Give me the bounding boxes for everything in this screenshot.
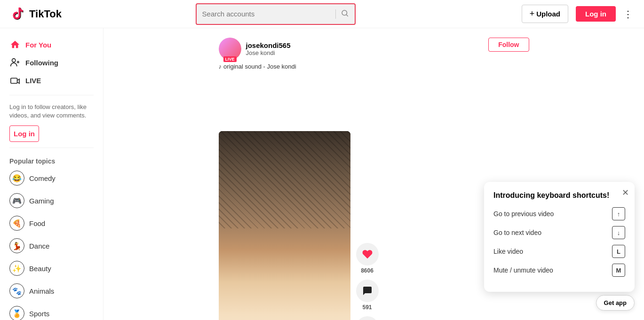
- author-name-row: josekondi565 Jose kondi: [246, 41, 291, 56]
- shortcut-prev-key: ↑: [612, 207, 625, 220]
- sidebar-following-label: Following: [25, 59, 58, 67]
- shortcut-like-video: Like video L: [493, 245, 625, 258]
- topic-item-food[interactable]: 🍕 Food: [0, 212, 103, 234]
- header: TikTok + Upload Log in ⋮: [0, 0, 644, 28]
- topic-dance-label: Dance: [29, 242, 49, 250]
- video-gradient-bg: TikTok @josekondi565: [219, 131, 350, 320]
- shortcut-like-label: Like video: [493, 248, 523, 255]
- follow-button-top[interactable]: Follow: [488, 38, 529, 52]
- sidebar: For You Following LIVE Log in to follow …: [0, 28, 103, 320]
- like-button[interactable]: 8606: [356, 243, 379, 274]
- video-info: LIVE josekondi565 Jose kondi Follow ♪ or…: [219, 38, 529, 320]
- header-login-button[interactable]: Log in: [576, 6, 616, 22]
- shortcut-prev-label: Go to previous video: [493, 210, 554, 218]
- svg-point-0: [342, 10, 347, 16]
- upload-button[interactable]: + Upload: [522, 5, 568, 23]
- heart-icon-circle: [356, 243, 379, 265]
- popular-topics-label: Popular topics: [0, 154, 103, 167]
- topic-item-comedy[interactable]: 😂 Comedy: [0, 167, 103, 189]
- popup-close-button[interactable]: ✕: [622, 187, 629, 198]
- tiktok-logo-icon: [11, 7, 26, 22]
- author-avatar-wrap: LIVE: [219, 38, 241, 60]
- video-actions-row: TikTok @josekondi565: [219, 74, 529, 320]
- topic-comedy-label: Comedy: [29, 174, 56, 182]
- sidebar-item-live[interactable]: LIVE: [0, 71, 103, 89]
- food-icon: 🍕: [9, 216, 24, 231]
- author-display-name: Jose kondi: [246, 49, 291, 56]
- shortcut-mute-key: M: [612, 264, 625, 277]
- shortcut-like-key: L: [612, 245, 625, 258]
- upload-plus-icon: +: [530, 9, 535, 19]
- sound-row: ♪ original sound - Jose kondi: [219, 63, 529, 70]
- live-icon: [9, 75, 21, 86]
- sidebar-live-label: LIVE: [25, 77, 41, 85]
- search-divider: [335, 9, 336, 19]
- comedy-icon: 😂: [9, 171, 24, 186]
- get-app-button[interactable]: Get app: [596, 295, 635, 311]
- search-box: [196, 3, 356, 25]
- comment-icon-circle: [356, 280, 379, 302]
- heart-icon: [362, 249, 373, 260]
- comment-button[interactable]: 591: [356, 280, 379, 311]
- topic-food-label: Food: [29, 219, 45, 227]
- comment-count: 591: [362, 304, 372, 311]
- shortcut-next-key: ↓: [612, 226, 625, 239]
- topic-item-sports[interactable]: 🏅 Sports: [0, 302, 103, 320]
- comment-icon: [362, 285, 373, 297]
- svg-rect-5: [11, 78, 17, 83]
- search-icon: [341, 9, 349, 17]
- topic-sports-label: Sports: [29, 310, 49, 318]
- gaming-icon: 🎮: [9, 193, 24, 208]
- search-icon-button[interactable]: [341, 9, 349, 19]
- shortcuts-popup: ✕ Introducing keyboard shortcuts! Go to …: [484, 182, 635, 292]
- sidebar-for-you-label: For You: [25, 41, 51, 49]
- dance-icon: 💃: [9, 238, 24, 253]
- shortcut-next-video: Go to next video ↓: [493, 226, 625, 239]
- upload-label: Upload: [536, 10, 560, 18]
- search-area: [163, 3, 389, 25]
- sidebar-login-button[interactable]: Log in: [9, 125, 39, 142]
- tiktok-logo-text: TikTok: [29, 8, 62, 20]
- sidebar-divider-2: [9, 148, 94, 148]
- shortcut-prev-video: Go to previous video ↑: [493, 207, 625, 220]
- topic-item-beauty[interactable]: ✨ Beauty: [0, 257, 103, 280]
- topic-gaming-label: Gaming: [29, 197, 54, 205]
- topic-item-dance[interactable]: 💃 Dance: [0, 234, 103, 257]
- sports-icon: 🏅: [9, 306, 24, 320]
- video-thumbnail[interactable]: TikTok @josekondi565: [219, 131, 350, 320]
- header-right: + Upload Log in ⋮: [522, 5, 633, 23]
- shortcut-mute-video: Mute / unmute video M: [493, 264, 625, 277]
- video-actions: 8606 591: [356, 74, 379, 320]
- sidebar-item-for-you[interactable]: For You: [0, 36, 103, 54]
- shortcut-mute-label: Mute / unmute video: [493, 266, 553, 274]
- music-note-icon: ♪: [219, 63, 222, 70]
- popup-title: Introducing keyboard shortcuts!: [493, 191, 625, 200]
- topic-beauty-label: Beauty: [29, 265, 51, 273]
- share-icon-circle: [356, 316, 379, 320]
- more-options-button[interactable]: ⋮: [623, 8, 633, 20]
- sidebar-divider-1: [9, 95, 94, 95]
- sound-label[interactable]: original sound - Jose kondi: [223, 63, 296, 70]
- animals-icon: 🐾: [9, 283, 24, 298]
- following-icon: [9, 57, 21, 68]
- topic-item-animals[interactable]: 🐾 Animals: [0, 280, 103, 302]
- topic-item-gaming[interactable]: 🎮 Gaming: [0, 189, 103, 212]
- svg-point-2: [12, 59, 16, 62]
- share-button[interactable]: 140: [356, 316, 379, 320]
- live-badge: LIVE: [223, 56, 236, 62]
- home-icon: [9, 39, 21, 50]
- video-author-row: LIVE josekondi565 Jose kondi Follow: [219, 38, 529, 60]
- shortcut-next-label: Go to next video: [493, 229, 541, 236]
- like-count: 8606: [361, 267, 374, 274]
- logo-area: TikTok: [11, 7, 96, 22]
- topic-animals-label: Animals: [29, 287, 54, 295]
- author-username[interactable]: josekondi565: [246, 41, 291, 49]
- search-input[interactable]: [202, 10, 331, 18]
- fence-overlay: [219, 131, 350, 228]
- beauty-icon: ✨: [9, 261, 24, 276]
- sidebar-item-following[interactable]: Following: [0, 54, 103, 71]
- sidebar-login-text: Log in to follow creators, like videos, …: [0, 101, 103, 125]
- svg-line-1: [346, 15, 348, 16]
